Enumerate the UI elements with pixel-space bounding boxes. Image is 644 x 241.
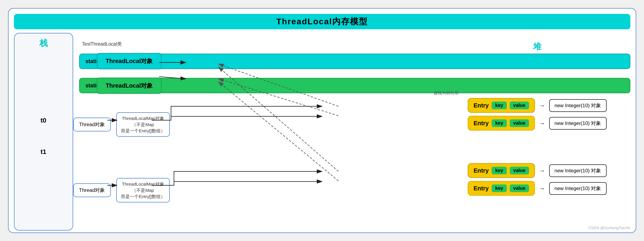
entry-label-t1-1: Entry xyxy=(474,167,489,174)
thread-box-t0: Thread对象 xyxy=(73,118,111,131)
key-badge-t0-1: key xyxy=(492,102,507,109)
title-bar: ThreadLocal内存模型 xyxy=(14,14,630,29)
entry-box-t0-1: Entry key value xyxy=(468,98,535,113)
threadlocal-objects: ThreadLocal对象 ThreadLocal对象 xyxy=(97,53,162,94)
static-boxes: static：seqNum1 static：seqNum2 xyxy=(79,54,630,93)
value-badge-t0-1: value xyxy=(510,102,529,109)
thread-row-t1: Thread对象 ThreadLocalMap对象（不是Map而是一个Entry… xyxy=(73,178,170,203)
value-badge-t0-2: value xyxy=(510,119,529,127)
key-badge-t1-2: key xyxy=(492,184,507,192)
stack-section: 栈 t0 t1 xyxy=(14,33,73,231)
threadlocalmap-box-t0: ThreadLocalMap对象（不是Map而是一个Entry[]数组） xyxy=(116,112,170,137)
entry-group-t1: Entry key value → new Integer(10) 对象 Ent… xyxy=(468,163,607,196)
stack-label: 栈 xyxy=(39,38,48,49)
entry-group-t0: Entry key value → new Integer(10) 对象 Ent… xyxy=(468,98,607,131)
integer-box-t0-2: new Integer(10) 对象 xyxy=(549,117,607,130)
key-badge-t0-2: key xyxy=(492,119,507,127)
heap-label: 堆 xyxy=(533,41,541,52)
weak-ref-label: 虚线为弱引用 xyxy=(434,91,458,96)
entry-label-t1-2: Entry xyxy=(474,185,489,192)
stack-items: t0 t1 xyxy=(41,117,47,156)
entry-box-t1-1: Entry key value xyxy=(468,163,535,178)
static-box-seqnum1: static：seqNum1 xyxy=(79,54,630,69)
entry-row-t0-1: Entry key value → new Integer(10) 对象 xyxy=(468,98,607,113)
watermark: CSDN @GuHengTiaoYe xyxy=(588,226,630,230)
value-badge-t1-2: value xyxy=(510,184,529,192)
main-container: ThreadLocal内存模型 栈 t0 t1 TestThreadLocal类… xyxy=(8,8,636,233)
integer-box-t1-2: new Integer(10) 对象 xyxy=(549,182,607,195)
static-box-seqnum2: static：seqNum2 xyxy=(79,78,630,93)
title-text: ThreadLocal内存模型 xyxy=(276,16,367,27)
entry-label-t0-1: Entry xyxy=(474,102,489,109)
diagram-area: TestThreadLocal类 static：seqNum1 static：s… xyxy=(73,33,630,231)
stack-item-t1: t1 xyxy=(41,148,47,156)
entry-label-t0-2: Entry xyxy=(474,120,489,127)
thread-row-t0: Thread对象 ThreadLocalMap对象（不是Map而是一个Entry… xyxy=(73,112,170,137)
entry-box-t1-2: Entry key value xyxy=(468,181,535,196)
integer-box-t0-1: new Integer(10) 对象 xyxy=(549,99,607,112)
key-badge-t1-1: key xyxy=(492,167,507,174)
value-badge-t1-1: value xyxy=(510,167,529,174)
content-area: 栈 t0 t1 TestThreadLocal类 static：seqNum1 … xyxy=(14,33,630,231)
entry-row-t0-2: Entry key value → new Integer(10) 对象 xyxy=(468,116,607,131)
threadlocal-box-1: ThreadLocal对象 xyxy=(97,53,162,69)
svg-line-7 xyxy=(218,82,338,181)
entry-row-t1-1: Entry key value → new Integer(10) 对象 xyxy=(468,163,607,178)
class-label: TestThreadLocal类 xyxy=(82,41,122,47)
integer-box-t1-1: new Integer(10) 对象 xyxy=(549,164,607,177)
stack-item-t0: t0 xyxy=(41,117,47,124)
entry-box-t0-2: Entry key value xyxy=(468,116,535,131)
threadlocal-box-2: ThreadLocal对象 xyxy=(97,78,162,94)
thread-box-t1: Thread对象 xyxy=(73,183,111,197)
entry-row-t1-2: Entry key value → new Integer(10) 对象 xyxy=(468,181,607,196)
threadlocalmap-box-t1: ThreadLocalMap对象（不是Map而是一个Entry[]数组） xyxy=(116,178,170,203)
